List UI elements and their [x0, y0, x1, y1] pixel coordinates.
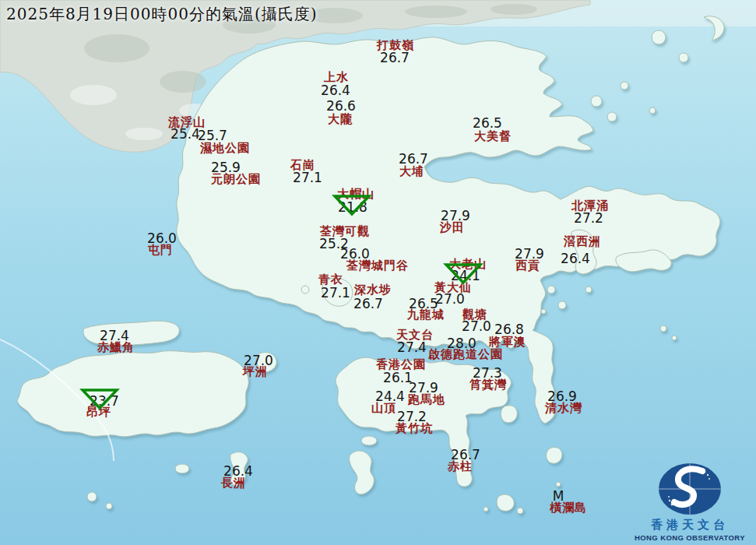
logo-english-name: HONG KONG OBSERVATORY [631, 533, 748, 542]
observatory-logo: 香港天文台 HONG KONG OBSERVATORY [631, 461, 748, 542]
record-low-marker [332, 192, 372, 220]
observatory-logo-icon [657, 461, 723, 517]
record-low-marker [79, 385, 120, 413]
record-low-marker [443, 260, 483, 288]
temperature-map-screen: 2025年8月19日00時00分的氣溫(攝氏度) 打鼓嶺26.7上水26.4大隴… [0, 0, 756, 545]
logo-chinese-name: 香港天文台 [631, 518, 748, 533]
